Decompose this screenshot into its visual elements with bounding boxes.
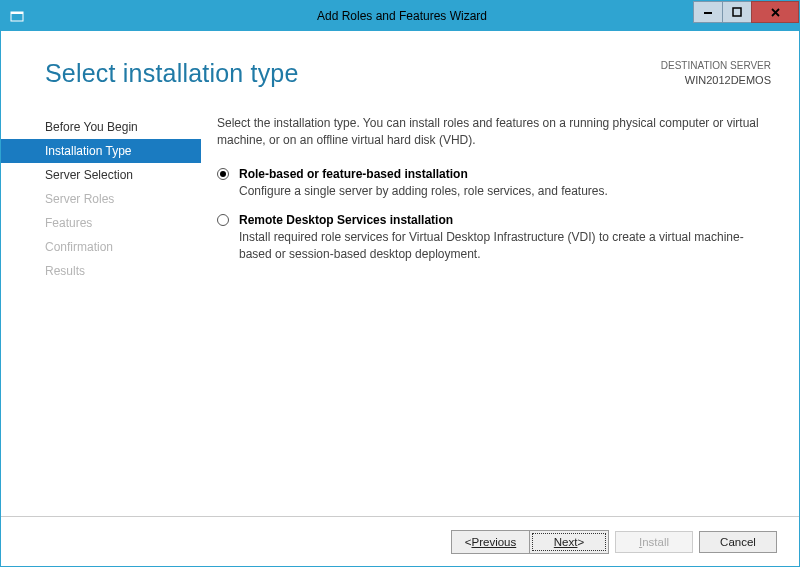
next-button[interactable]: Next > [530,531,608,553]
destination-server-block: DESTINATION SERVER WIN2012DEMOS [661,59,771,88]
svg-rect-1 [11,12,23,14]
previous-button[interactable]: < Previous [452,531,530,553]
wizard-footer: < Previous Next > Install Cancel [1,516,799,566]
wizard-sidebar: Before You BeginInstallation TypeServer … [1,109,201,513]
radio-icon[interactable] [217,214,229,226]
wizard-window: Add Roles and Features Wizard Select ins… [0,0,800,567]
install-button: Install [615,531,693,553]
header-row: Select installation type DESTINATION SER… [1,31,799,109]
option-title: Remote Desktop Services installation [239,213,771,227]
body-row: Before You BeginInstallation TypeServer … [1,109,799,513]
intro-text: Select the installation type. You can in… [217,115,771,149]
install-option-0[interactable]: Role-based or feature-based installation… [217,167,771,200]
install-button-label: Install [639,536,669,548]
window-controls [694,1,799,23]
close-button[interactable] [751,1,799,23]
sidebar-step-features: Features [1,211,201,235]
sidebar-step-before-you-begin[interactable]: Before You Begin [1,115,201,139]
window-title: Add Roles and Features Wizard [35,9,769,23]
main-panel: Select the installation type. You can in… [201,109,771,513]
install-option-1[interactable]: Remote Desktop Services installationInst… [217,213,771,263]
next-button-label: Next [554,536,578,548]
svg-rect-3 [733,8,741,16]
sidebar-step-installation-type[interactable]: Installation Type [1,139,201,163]
previous-button-label: Previous [471,536,516,548]
destination-server-label: DESTINATION SERVER [661,59,771,73]
radio-icon[interactable] [217,168,229,180]
cancel-button[interactable]: Cancel [699,531,777,553]
minimize-button[interactable] [693,1,723,23]
sidebar-step-server-roles: Server Roles [1,187,201,211]
title-bar[interactable]: Add Roles and Features Wizard [1,1,799,31]
wizard-content: Select installation type DESTINATION SER… [1,31,799,516]
page-title: Select installation type [45,59,299,88]
sidebar-step-confirmation: Confirmation [1,235,201,259]
option-desc: Install required role services for Virtu… [239,229,771,263]
app-icon [9,8,25,24]
option-title: Role-based or feature-based installation [239,167,771,181]
maximize-button[interactable] [722,1,752,23]
option-desc: Configure a single server by adding role… [239,183,771,200]
nav-button-group: < Previous Next > [451,530,609,554]
sidebar-step-results: Results [1,259,201,283]
sidebar-step-server-selection[interactable]: Server Selection [1,163,201,187]
destination-server-value: WIN2012DEMOS [661,73,771,88]
svg-rect-2 [704,12,712,14]
